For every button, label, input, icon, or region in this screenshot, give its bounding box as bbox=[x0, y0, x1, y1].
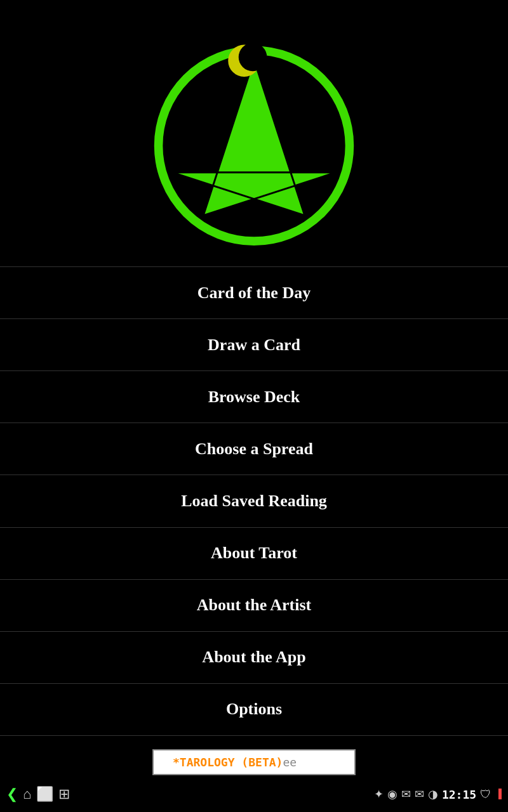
battery-icon: ▐ bbox=[495, 789, 502, 799]
main-menu: Card of the Day Draw a Card Browse Deck … bbox=[0, 266, 508, 736]
beta-text-gray: ee bbox=[283, 756, 297, 769]
app-logo: .star-path { fill: #3ddd00; stroke: #000… bbox=[149, 22, 359, 257]
signal-icon: ◉ bbox=[387, 787, 398, 801]
clock: 12:15 bbox=[442, 788, 476, 801]
email-icon: ✉ bbox=[401, 787, 411, 801]
email2-icon: ✉ bbox=[415, 787, 424, 801]
shield-icon: 🛡 bbox=[480, 788, 491, 801]
system-status-bar: ❮ ⌂ ⬜ ⊞ ✦ ◉ ✉ ✉ ◑ 12:15 🛡 ▐ bbox=[0, 782, 508, 807]
beta-text-orange: *TAROLOGY (BETA) bbox=[173, 756, 283, 769]
logo-area: .star-path { fill: #3ddd00; stroke: #000… bbox=[0, 0, 508, 266]
brightness-icon: ◑ bbox=[428, 787, 438, 801]
back-icon[interactable]: ❮ bbox=[6, 786, 18, 802]
apps-icon[interactable]: ⊞ bbox=[58, 786, 70, 802]
nav-buttons: ❮ ⌂ ⬜ ⊞ bbox=[6, 786, 70, 802]
menu-item-choose-a-spread[interactable]: Choose a Spread bbox=[0, 422, 508, 475]
menu-item-options[interactable]: Options bbox=[0, 683, 508, 736]
menu-item-load-saved-reading[interactable]: Load Saved Reading bbox=[0, 475, 508, 527]
svg-marker-1 bbox=[172, 60, 336, 216]
menu-item-card-of-the-day[interactable]: Card of the Day bbox=[0, 266, 508, 318]
recents-icon[interactable]: ⬜ bbox=[36, 786, 53, 802]
svg-point-3 bbox=[239, 43, 267, 72]
menu-item-draw-a-card[interactable]: Draw a Card bbox=[0, 318, 508, 370]
menu-item-about-the-app[interactable]: About the App bbox=[0, 631, 508, 683]
bottom-bar: *TAROLOGY (BETA)ee ❮ ⌂ ⬜ ⊞ ✦ ◉ ✉ ✉ ◑ 12:… bbox=[0, 736, 508, 812]
android-icon: ✦ bbox=[374, 787, 384, 801]
home-icon[interactable]: ⌂ bbox=[23, 786, 31, 802]
status-icons: ✦ ◉ ✉ ✉ ◑ 12:15 🛡 ▐ bbox=[374, 787, 502, 801]
menu-item-browse-deck[interactable]: Browse Deck bbox=[0, 370, 508, 422]
menu-item-about-the-artist[interactable]: About the Artist bbox=[0, 579, 508, 631]
beta-banner: *TAROLOGY (BETA)ee bbox=[152, 749, 356, 775]
menu-item-about-tarot[interactable]: About Tarot bbox=[0, 527, 508, 579]
